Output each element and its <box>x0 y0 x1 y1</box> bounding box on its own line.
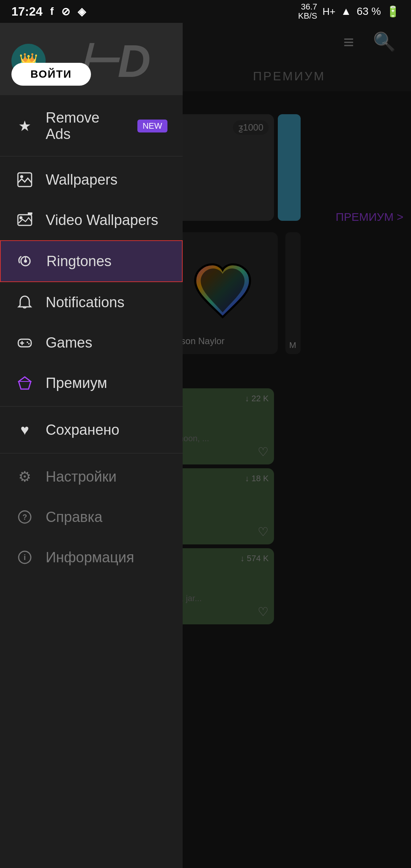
menu-label-video-wallpapers: Video Wallpapers <box>46 212 167 228</box>
video-wallpapers-icon <box>15 211 34 230</box>
svg-marker-13 <box>19 377 31 389</box>
drawer-menu: ★ Remove Ads NEW Wallpapers <box>0 95 183 868</box>
menu-label-ringtones: Ringtones <box>46 253 167 270</box>
menu-label-wallpapers: Wallpapers <box>46 172 167 188</box>
menu-label-settings: Настройки <box>46 469 167 485</box>
menu-item-games[interactable]: Games <box>0 322 183 363</box>
menu-label-notifications: Notifications <box>46 294 167 311</box>
svg-point-11 <box>27 341 28 343</box>
heart-menu-icon: ♥ <box>15 420 34 439</box>
status-left: 17:24 f ⊘ ◈ <box>11 5 86 19</box>
menu-item-ringtones[interactable]: Ringtones <box>0 240 183 282</box>
battery-icon: 🔋 <box>386 5 400 18</box>
divider-1 <box>0 156 183 156</box>
svg-rect-4 <box>28 212 32 215</box>
svg-rect-2 <box>18 215 32 225</box>
svg-point-1 <box>20 175 23 178</box>
signal-icon: ◈ <box>78 5 86 18</box>
login-button[interactable]: ВОЙТИ <box>11 63 91 86</box>
menu-item-notifications[interactable]: Notifications <box>0 282 183 322</box>
menu-item-saved[interactable]: ♥ Сохранено <box>0 410 183 450</box>
battery-percent: 63 % <box>357 5 381 18</box>
menu-label-info: Информация <box>46 549 167 566</box>
fb-icon: f <box>50 5 54 18</box>
navigation-drawer: 👑 ⊢D ВОЙТИ ★ Remove Ads NEW Wallpapers <box>0 23 183 868</box>
menu-item-info[interactable]: i Информация <box>0 537 183 578</box>
games-icon <box>15 333 34 352</box>
network-type: H+ <box>322 6 335 18</box>
menu-item-remove-ads[interactable]: ★ Remove Ads NEW <box>0 99 183 153</box>
svg-point-3 <box>19 216 22 219</box>
drawer-header: 👑 ⊢D ВОЙТИ <box>0 23 183 95</box>
dnd-icon: ⊘ <box>61 5 70 18</box>
divider-3 <box>0 453 183 453</box>
menu-item-wallpapers[interactable]: Wallpapers <box>0 160 183 200</box>
network-speed: 36.7KB/S <box>298 2 317 21</box>
status-time: 17:24 <box>11 5 43 19</box>
gear-icon: ⚙ <box>15 467 34 486</box>
menu-item-premium[interactable]: Премиум <box>0 363 183 403</box>
new-badge: NEW <box>137 120 167 132</box>
signal-strength-icon: ▲ <box>341 5 351 18</box>
menu-label-saved: Сохранено <box>46 422 167 438</box>
svg-point-12 <box>28 343 30 345</box>
svg-text:?: ? <box>22 513 27 521</box>
status-bar: 17:24 f ⊘ ◈ 36.7KB/S H+ ▲ 63 % 🔋 <box>0 0 411 23</box>
help-icon: ? <box>15 507 34 527</box>
menu-label-premium: Премиум <box>46 375 167 391</box>
star-icon: ★ <box>15 116 34 136</box>
status-right: 36.7KB/S H+ ▲ 63 % 🔋 <box>298 2 400 21</box>
menu-item-settings[interactable]: ⚙ Настройки <box>0 456 183 497</box>
menu-label-help: Справка <box>46 509 167 525</box>
menu-item-video-wallpapers[interactable]: Video Wallpapers <box>0 200 183 240</box>
wallpapers-icon <box>15 170 34 189</box>
diamond-menu-icon <box>15 373 34 393</box>
divider-2 <box>0 406 183 407</box>
bell-icon <box>15 293 34 312</box>
svg-text:i: i <box>24 553 26 562</box>
ringtones-icon <box>16 252 35 271</box>
menu-label-remove-ads: Remove Ads <box>46 110 126 142</box>
menu-item-help[interactable]: ? Справка <box>0 497 183 537</box>
info-icon: i <box>15 548 34 567</box>
menu-label-games: Games <box>46 335 167 351</box>
drawer-overlay[interactable] <box>167 0 411 868</box>
